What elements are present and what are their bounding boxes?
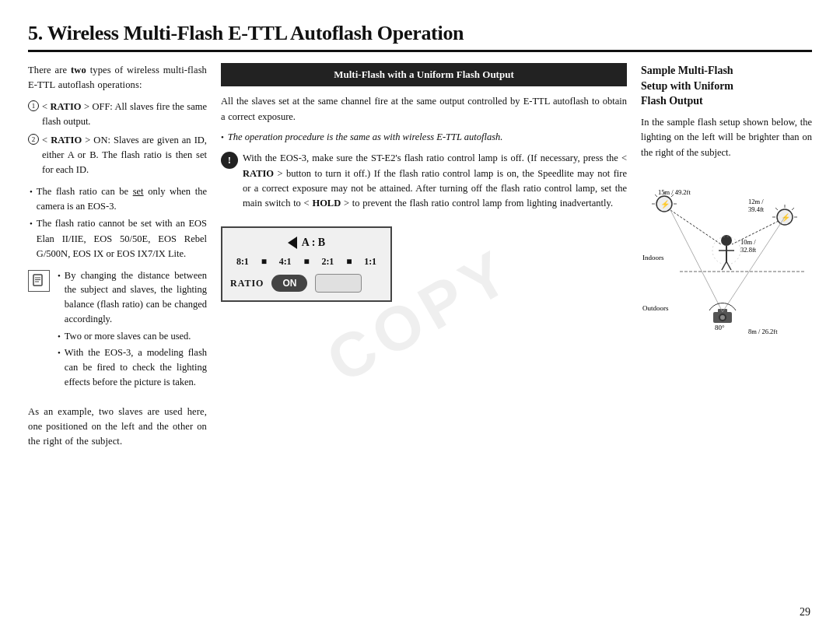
mid-bullet-list: • The operation procedure is the same as… [221, 130, 627, 145]
ratio-word-label: RATIO [230, 276, 264, 291]
flash-diagram: Indoors Outdoors [641, 167, 804, 345]
bold-two: two [71, 65, 86, 75]
icon-bullet-1: • By changing the distance between the s… [56, 268, 207, 327]
ratio-dot-2: ■ [303, 254, 309, 269]
dist-15m-label: 15m / 49.2ft [658, 188, 691, 196]
icon-bullet-icon-3: • [58, 346, 61, 359]
ratio-dot-1: ■ [261, 254, 267, 269]
page-container: COPY 5. Wireless Multi-Flash E-TTL Autof… [0, 0, 840, 631]
ratio-control-row: RATIO ON [230, 274, 383, 293]
dist-8m-label: 8m / 26.2ft [748, 328, 778, 335]
ratio-4-1: 4:1 [279, 254, 292, 269]
outdoors-label: Outdoors [642, 304, 669, 312]
bullet-item-1: • The flash ratio can be set only when t… [28, 184, 207, 215]
intro-text: There are two types of wireless multi-fl… [28, 63, 207, 93]
mid-column: Multi-Flash with a Uniform Flash Output … [221, 63, 627, 456]
flash-diagram-svg: Indoors Outdoors [641, 167, 804, 345]
warning-text: With the EOS-3, make sure the ST-E2's fl… [243, 151, 627, 212]
icon-bullet-text-3: With the EOS-3, a modeling flash can be … [65, 345, 207, 389]
circle-2: 2 [28, 134, 39, 145]
icon-bullet-text-1: By changing the distance between the sub… [65, 268, 207, 327]
mid-bullet-text: The operation procedure is the same as w… [228, 130, 503, 145]
ratio-diagram: A : B 8:1 ■ 4:1 ■ 2:1 ■ 1:1 RATIO ON [221, 226, 392, 302]
type-list-item-1: 1 < RATIO > OFF: All slaves fire the sam… [28, 100, 207, 130]
icon-bullet-2: • Two or more slaves can be used. [56, 329, 207, 344]
bottom-para: As an example, two slaves are used here,… [28, 405, 207, 450]
bullet-icon-2: • [30, 217, 33, 230]
dist-10m-label: 10m / [740, 238, 756, 246]
icon-bullet-list: • By changing the distance between the s… [56, 268, 207, 392]
type-list: 1 < RATIO > OFF: All slaves fire the sam… [28, 100, 207, 178]
bullet-text-2: The flash ratio cannot be set with an EO… [37, 216, 207, 261]
doc-icon [28, 270, 50, 292]
bullet-text-1: The flash ratio can be set only when the… [37, 184, 207, 215]
right-para: In the sample flash setup shown below, t… [641, 115, 812, 160]
bullet-list-1: • The flash ratio can be set only when t… [28, 184, 207, 262]
ratio-dot-3: ■ [346, 254, 352, 269]
svg-text:⚡: ⚡ [660, 199, 670, 209]
dist-12m-ft-label: 39.4ft [748, 205, 765, 213]
ratio-8-1: 8:1 [236, 254, 249, 269]
mid-bullet-1: • The operation procedure is the same as… [221, 130, 627, 145]
triangle-left-icon [288, 237, 297, 249]
bullet-icon-1: • [30, 185, 33, 198]
ratio-2-1: 2:1 [321, 254, 334, 269]
icon-section: • By changing the distance between the s… [28, 268, 207, 398]
icon-bullet-icon-1: • [58, 269, 61, 282]
ratio-ab-label: A : B [230, 234, 383, 251]
uniform-flash-header: Multi-Flash with a Uniform Flash Output [221, 63, 627, 86]
ab-text: A : B [302, 234, 325, 251]
page-number: 29 [800, 606, 810, 619]
ratio-1-1: 1:1 [364, 254, 376, 269]
svg-point-31 [720, 315, 725, 320]
icon-bullet-text-2: Two or more slaves can be used. [65, 329, 191, 344]
bullet-item-2: • The flash ratio cannot be set with an … [28, 216, 207, 261]
warning-block: ! With the EOS-3, make sure the ST-E2's … [221, 151, 627, 217]
ratio-values-row: 8:1 ■ 4:1 ■ 2:1 ■ 1:1 [230, 254, 383, 269]
type2-text: < RATIO > ON: Slaves are given an ID, ei… [42, 133, 207, 178]
circle-1: 1 [28, 100, 39, 111]
left-column: There are two types of wireless multi-fl… [28, 63, 207, 456]
main-grid: There are two types of wireless multi-fl… [28, 63, 812, 456]
svg-rect-29 [718, 309, 727, 314]
angle-label: 80° [715, 324, 725, 331]
indoors-label: Indoors [642, 254, 664, 261]
sample-title: Sample Multi-Flash Setup with Uniform Fl… [641, 63, 812, 109]
mid-bullet-icon: • [221, 131, 224, 144]
page-title: 5. Wireless Multi-Flash E-TTL Autoflash … [28, 22, 812, 52]
icon-bullet-icon-2: • [58, 330, 61, 343]
type-list-item-2: 2 < RATIO > ON: Slaves are given an ID, … [28, 133, 207, 178]
warning-icon: ! [221, 152, 238, 169]
icon-bullet-3: • With the EOS-3, a modeling flash can b… [56, 345, 207, 389]
dist-12m-label: 12m / [748, 198, 764, 205]
svg-point-6 [721, 235, 732, 246]
mid-para-1: All the slaves set at the same channel f… [221, 94, 627, 124]
right-column: Sample Multi-Flash Setup with Uniform Fl… [641, 63, 812, 456]
ratio-on-button[interactable]: ON [271, 275, 307, 292]
type1-text: < RATIO > OFF: All slaves fire the same … [42, 100, 207, 130]
ratio-empty-button[interactable] [315, 274, 362, 293]
dist-10m-ft-label: 32.8ft [740, 246, 757, 254]
